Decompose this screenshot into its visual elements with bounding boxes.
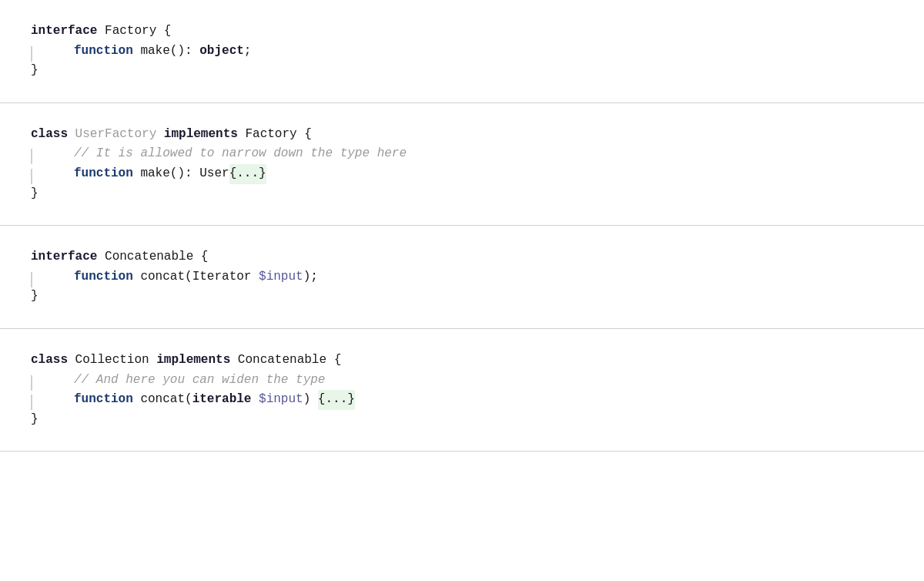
code-token-text-normal: ; [244, 42, 252, 62]
code-token-kw-function: function [74, 267, 133, 287]
code-line: } [31, 61, 893, 81]
code-token-kw-function: function [74, 164, 133, 184]
code-token-text-normal: Concatenable { [97, 247, 208, 267]
code-token-text-normal [251, 390, 259, 410]
code-line: interface Factory { [31, 22, 893, 42]
code-token-highlight: {...} [318, 390, 355, 410]
code-token-text-comment: // And here you can widen the type [74, 371, 325, 391]
code-token-kw-object: object [199, 42, 244, 62]
code-token-text-normal: Factory { [238, 125, 312, 145]
code-token-kw-class: class [31, 351, 68, 371]
code-line: function make(): object; [31, 42, 893, 62]
code-token-kw-iterable: iterable [192, 390, 252, 410]
code-token-text-normal: } [31, 61, 38, 81]
code-line: } [31, 184, 893, 204]
code-token-text-normal: ); [303, 267, 318, 287]
code-token-text-normal: make(): User [133, 164, 229, 184]
code-token-highlight: {...} [229, 164, 266, 184]
code-line: class UserFactory implements Factory { [31, 125, 893, 145]
code-token-text-normal: Collection [68, 351, 156, 371]
code-token-kw-function: function [74, 390, 133, 410]
code-token-kw-function: function [74, 42, 133, 62]
code-token-kw-implements: implements [156, 351, 230, 371]
code-block-1: interface Factory {function make(): obje… [0, 0, 924, 103]
code-token-text-comment: // It is allowed to narrow down the type… [74, 144, 407, 164]
code-token-text-normal: } [31, 287, 38, 307]
code-line: } [31, 410, 893, 430]
code-line: function concat(Iterator $input); [31, 267, 893, 287]
code-token-text-normal: concat(Iterator [133, 267, 259, 287]
code-line: interface Concatenable { [31, 247, 893, 267]
code-line: function make(): User{...} [31, 164, 893, 184]
code-line: } [31, 287, 893, 307]
code-token-text-normal: Factory { [97, 22, 171, 42]
code-block-3: interface Concatenable {function concat(… [0, 226, 924, 329]
code-token-kw-class: class [31, 125, 68, 145]
code-token-text-normal: concat( [133, 390, 192, 410]
code-line: // It is allowed to narrow down the type… [31, 144, 893, 164]
code-token-text-normal: } [31, 410, 38, 430]
code-token-kw-interface: interface [31, 22, 97, 42]
code-token-kw-implements: implements [164, 125, 238, 145]
code-block-4: class Collection implements Concatenable… [0, 329, 924, 452]
code-token-text-normal: ) [303, 390, 318, 410]
code-token-text-normal: } [31, 184, 38, 204]
code-token-text-normal: make(): [133, 42, 199, 62]
code-line: // And here you can widen the type [31, 371, 893, 391]
code-line: class Collection implements Concatenable… [31, 351, 893, 371]
code-token-text-variable: $input [259, 267, 303, 287]
code-line: function concat(iterable $input) {...} [31, 390, 893, 410]
code-token-text-gray: UserFactory [68, 125, 164, 145]
code-container: interface Factory {function make(): obje… [0, 0, 924, 452]
code-token-text-normal: Concatenable { [230, 351, 341, 371]
code-block-2: class UserFactory implements Factory {//… [0, 103, 924, 226]
code-token-text-variable: $input [259, 390, 303, 410]
code-token-kw-interface: interface [31, 247, 97, 267]
